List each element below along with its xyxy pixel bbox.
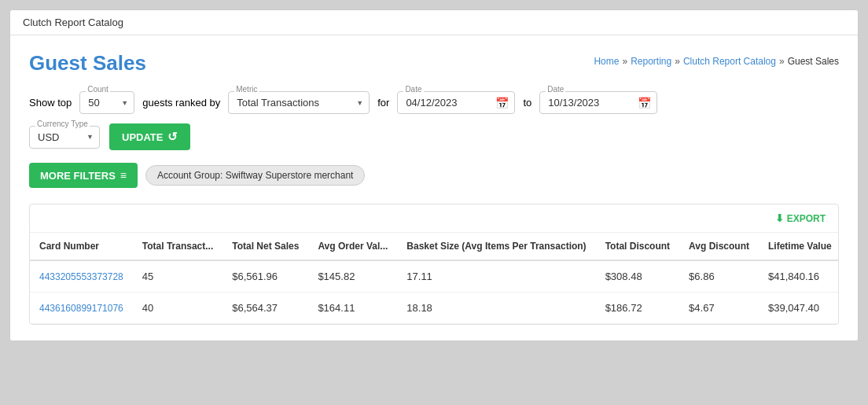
currency-select[interactable]: USD [29,126,100,149]
date-from-field-group: Date 📅 [397,91,515,114]
currency-select-wrapper: USD [29,126,100,149]
table-row: 443320555337372845$6,561.96$145.8217.11$… [30,260,839,293]
main-content: Guest Sales Home » Reporting » Clutch Re… [10,35,858,341]
table-row: 443616089917107640$6,564.37$164.1118.18$… [30,293,839,324]
metric-field-label: Metric [234,85,259,94]
data-table: Card Number Total Transact... Total Net … [30,233,839,324]
data-cell: 17.11 [397,260,595,293]
card-number-cell: 4433205553373728 [30,260,133,293]
currency-field-group: Currency Type USD [29,126,100,149]
data-cell: 40 [133,293,223,324]
more-filters-row: MORE FILTERS ≡ Account Group: Swiftway S… [29,163,839,188]
table-header-row: Card Number Total Transact... Total Net … [30,233,839,260]
data-cell: $39,047.40 [759,293,839,324]
export-label: EXPORT [787,213,826,224]
count-field-label: Count [86,85,110,94]
col-lifetime-value: Lifetime Value [759,233,839,260]
breadcrumb-home[interactable]: Home [594,56,619,67]
breadcrumb-sep1: » [622,56,627,67]
for-label: for [377,97,389,109]
data-cell: $6.86 [679,260,759,293]
col-total-discount: Total Discount [596,233,679,260]
date-from-label: Date [403,85,423,94]
date-to-field-group: Date 📅 [539,91,657,114]
breadcrumb-reporting[interactable]: Reporting [631,56,671,67]
filter-tag: Account Group: Swiftway Superstore merch… [145,165,365,186]
export-down-icon: ⬇ [775,212,784,224]
more-filters-button[interactable]: MORE FILTERS ≡ [29,163,138,188]
count-select[interactable]: 50 [79,91,134,114]
to-label: to [523,97,531,109]
show-top-label: Show top [29,97,72,109]
card-number-cell: 4436160899171076 [30,293,133,324]
data-cell: $6,561.96 [223,260,308,293]
table-body: 443320555337372845$6,561.96$145.8217.11$… [30,260,839,324]
data-cell: $41,840.16 [759,260,839,293]
more-filters-label: MORE FILTERS [40,170,116,182]
col-card-number: Card Number [30,233,133,260]
filter-lines-icon: ≡ [120,169,127,182]
date-to-label: Date [546,85,565,94]
data-table-container: ⬇ EXPORT Card Number Total Transact... T… [29,204,839,325]
metric-select-wrapper: Total Transactions [228,91,370,114]
data-cell: $145.82 [308,260,397,293]
metric-select[interactable]: Total Transactions [228,91,370,114]
table-header: Card Number Total Transact... Total Net … [30,233,839,260]
filter-row-1: Show top Count 50 guests ranked by Metri… [29,91,839,114]
guests-ranked-by-label: guests ranked by [142,97,220,109]
data-cell: $4.67 [679,293,759,324]
date-to-input[interactable] [539,91,657,114]
count-select-wrapper: 50 [79,91,134,114]
col-total-transactions: Total Transact... [133,233,223,260]
refresh-icon [167,130,178,144]
breadcrumb: Home » Reporting » Clutch Report Catalog… [594,56,839,67]
breadcrumb-sep3: » [779,56,785,67]
breadcrumb-sep2: » [675,56,680,67]
data-cell: $308.48 [596,260,679,293]
breadcrumb-current: Guest Sales [788,56,839,67]
col-basket-size: Basket Size (Avg Items Per Transaction) [397,233,595,260]
date-to-wrapper: 📅 [539,91,657,114]
col-avg-order-val: Avg Order Val... [308,233,397,260]
top-bar-title: Clutch Report Catalog [23,17,123,28]
col-total-net-sales: Total Net Sales [223,233,308,260]
data-cell: 45 [133,260,223,293]
data-cell: $6,564.37 [223,293,308,324]
data-cell: $186.72 [596,293,679,324]
date-from-input[interactable] [397,91,515,114]
update-button[interactable]: UPDATE [109,123,190,150]
col-avg-discount: Avg Discount [679,233,759,260]
title-breadcrumb-row: Guest Sales Home » Reporting » Clutch Re… [29,51,839,75]
export-button[interactable]: ⬇ EXPORT [775,212,826,224]
data-cell: 18.18 [397,293,595,324]
metric-field-group: Metric Total Transactions [228,91,370,114]
count-field-group: Count 50 [79,91,134,114]
date-from-wrapper: 📅 [397,91,515,114]
update-button-label: UPDATE [122,131,163,143]
currency-field-label: Currency Type [35,120,90,128]
page-title: Guest Sales [29,51,146,75]
data-cell: $164.11 [308,293,397,324]
breadcrumb-catalog[interactable]: Clutch Report Catalog [683,56,776,67]
top-bar: Clutch Report Catalog [10,10,858,35]
filter-row-2: Currency Type USD UPDATE [29,123,839,150]
table-toolbar: ⬇ EXPORT [30,204,838,233]
